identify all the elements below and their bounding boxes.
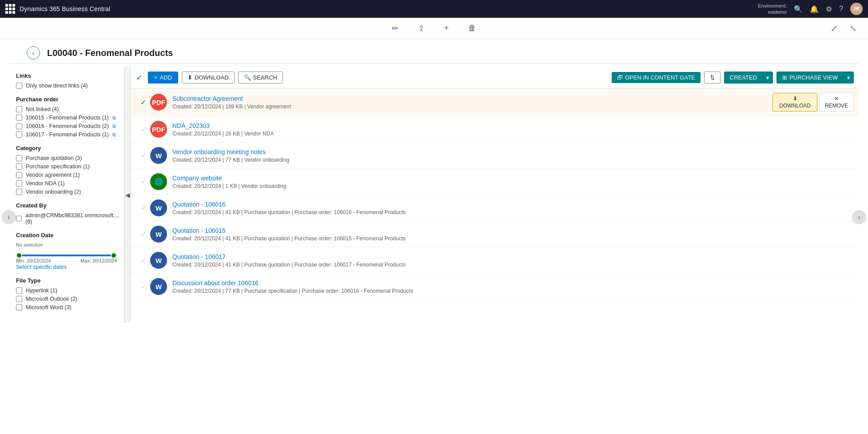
created-main-button[interactable]: CREATED: [724, 72, 762, 84]
doc-meta-3: Created: 20/12/2024 | 1 KB | Vendor onbo…: [172, 183, 854, 189]
delete-button[interactable]: 🗑: [464, 21, 481, 36]
min-date-label: Min: 20/12/2024: [16, 258, 51, 263]
created-btn-group: CREATED ▾: [724, 72, 773, 84]
cat-item-2[interactable]: Vendor agreement (1): [16, 172, 117, 178]
doc-download-button-0[interactable]: ⬇ DOWNLOAD: [772, 93, 817, 111]
cat-checkbox-3[interactable]: [16, 180, 22, 187]
doc-download-label-0: DOWNLOAD: [779, 103, 811, 109]
purchase-view-icon: ⊞: [782, 74, 787, 81]
po-item-0[interactable]: 106015 - Fenomenal Products (1) ⧉: [16, 115, 117, 121]
doc-info-0: Subcontractor Agreement Created: 20/12/2…: [172, 95, 772, 110]
created-by-checkbox-0[interactable]: [16, 215, 22, 222]
created-by-label-0: admin@CRMbc983381.onmicrosoft.... (8): [25, 212, 119, 225]
notifications-icon[interactable]: 🔔: [810, 5, 819, 13]
no-selection-label: No selection: [16, 242, 117, 247]
doc-name-0[interactable]: Subcontractor Agreement: [172, 95, 772, 102]
nav-arrow-right[interactable]: ›: [852, 210, 866, 224]
share-icon: ⇪: [418, 24, 425, 33]
main-content: Links Only show direct links (4) Purchas…: [0, 67, 868, 323]
doc-row-6[interactable]: ✓ W Quotation - 106017 Created: 20/12/20…: [131, 247, 859, 274]
file-type-checkbox-2[interactable]: [16, 304, 22, 311]
cat-item-1[interactable]: Purchase specification (1): [16, 163, 117, 170]
file-type-checkbox-1[interactable]: [16, 296, 22, 302]
purchase-view-button[interactable]: ⊞ PURCHASE VIEW: [776, 72, 843, 84]
edit-button[interactable]: ✏: [387, 21, 403, 36]
doc-row-3[interactable]: ✓ 🌐 Company website Created: 20/12/2024 …: [131, 169, 859, 195]
search-icon2: 🔍: [244, 74, 251, 81]
sidebar-po-section: Purchase order Not linked (4) 106015 - F…: [16, 96, 117, 138]
po-checkbox-1[interactable]: [16, 123, 22, 129]
cat-checkbox-4[interactable]: [16, 189, 22, 195]
back-button[interactable]: ‹: [27, 46, 40, 60]
doc-name-5[interactable]: Quotation - 106015: [172, 227, 854, 234]
slider-thumb-left[interactable]: [16, 252, 22, 259]
help-icon[interactable]: ?: [839, 5, 843, 13]
po-label-2: 106017 - Fenomenal Products (1): [26, 131, 109, 138]
doc-name-2[interactable]: Vendor onboarding meeting notes: [172, 148, 854, 155]
cat-label-4: Vendor onboarding (2): [26, 189, 81, 195]
doc-icon-7: W: [150, 278, 167, 295]
nav-arrow-left[interactable]: ‹: [2, 210, 16, 224]
file-type-checkbox-0[interactable]: [16, 287, 22, 294]
waffle-icon[interactable]: [5, 4, 15, 14]
search-button[interactable]: 🔍 SEARCH: [238, 72, 283, 84]
po-link-icon-2[interactable]: ⧉: [112, 132, 116, 138]
select-dates-link[interactable]: Select specific dates: [16, 264, 67, 270]
doc-row-0[interactable]: ✓ PDF Subcontractor Agreement Created: 2…: [131, 88, 859, 116]
slider-thumb-right[interactable]: [111, 252, 117, 259]
cat-checkbox-1[interactable]: [16, 163, 22, 170]
po-item-2[interactable]: 106017 - Fenomenal Products (1) ⧉: [16, 131, 117, 138]
doc-info-1: NDA_202303 Created: 20/12/2024 | 26 KB |…: [172, 122, 854, 137]
collapse-button[interactable]: ⤡: [845, 21, 861, 36]
created-by-item-0[interactable]: admin@CRMbc983381.onmicrosoft.... (8): [16, 212, 117, 225]
created-dropdown-button[interactable]: ▾: [762, 72, 773, 84]
doc-name-4[interactable]: Quotation - 106016: [172, 201, 854, 208]
po-checkbox-2[interactable]: [16, 131, 22, 138]
sort-button[interactable]: ⇅: [704, 72, 721, 84]
file-type-item-0[interactable]: Hyperlink (1): [16, 287, 117, 294]
panel-divider[interactable]: ◀: [124, 67, 131, 323]
cat-label-3: Vendor NDA (1): [26, 180, 65, 187]
doc-name-7[interactable]: Discussion about order 106016: [172, 279, 854, 287]
date-slider[interactable]: No selection Min: 20/12/2024 Max: 20/12/…: [16, 242, 117, 270]
po-link-icon-0[interactable]: ⧉: [112, 115, 116, 121]
not-linked-item[interactable]: Not linked (4): [16, 106, 117, 112]
topbar-right: Environment: extdemo 🔍 🔔 ⚙ ? JK: [758, 3, 863, 16]
cat-item-0[interactable]: Purchase quotation (3): [16, 155, 117, 161]
po-checkbox-0[interactable]: [16, 115, 22, 121]
share-button[interactable]: ⇪: [414, 21, 429, 36]
only-direct-links-item[interactable]: Only show direct links (4): [16, 83, 117, 89]
doc-row-7[interactable]: ✓ W Discussion about order 106016 Create…: [131, 274, 859, 300]
cat-item-3[interactable]: Vendor NDA (1): [16, 180, 117, 187]
expand-button[interactable]: ⤢: [826, 21, 842, 36]
search-icon[interactable]: 🔍: [794, 5, 803, 13]
po-item-1[interactable]: 106016 - Fenomenal Products (2) ⧉: [16, 123, 117, 129]
po-link-icon-1[interactable]: ⧉: [112, 123, 116, 129]
add-doc-button[interactable]: + ADD: [148, 72, 178, 84]
user-avatar[interactable]: JK: [850, 3, 863, 15]
doc-name-3[interactable]: Company website: [172, 175, 854, 182]
doc-row-2[interactable]: ✓ W Vendor onboarding meeting notes Crea…: [131, 143, 859, 169]
only-direct-links-checkbox[interactable]: [16, 83, 22, 89]
doc-name-1[interactable]: NDA_202303: [172, 122, 854, 129]
doc-icon-3: 🌐: [150, 173, 167, 190]
doc-row-5[interactable]: ✓ W Quotation - 106015 Created: 20/12/20…: [131, 221, 859, 247]
download-button[interactable]: ⬇ DOWNLOAD: [182, 72, 235, 84]
cat-item-4[interactable]: Vendor onboarding (2): [16, 189, 117, 195]
check-empty-1: ✓: [140, 125, 146, 134]
doc-remove-button-0[interactable]: ✕ REMOVE: [819, 93, 854, 111]
file-type-item-2[interactable]: Microsoft Word (3): [16, 304, 117, 311]
file-type-title: File Type: [16, 277, 117, 284]
not-linked-checkbox[interactable]: [16, 106, 22, 112]
file-type-item-1[interactable]: Microsoft Outlook (2): [16, 296, 117, 302]
purchase-view-dropdown-button[interactable]: ▾: [843, 72, 854, 84]
open-content-gate-button[interactable]: 🗗 OPEN IN CONTENT GATE: [612, 72, 701, 83]
doc-row-4[interactable]: ✓ W Quotation - 106016 Created: 20/12/20…: [131, 195, 859, 221]
doc-row-1[interactable]: ✓ PDF NDA_202303 Created: 20/12/2024 | 2…: [131, 116, 859, 143]
doc-name-6[interactable]: Quotation - 106017: [172, 253, 854, 260]
cat-checkbox-2[interactable]: [16, 172, 22, 178]
add-button[interactable]: +: [440, 21, 454, 36]
cat-checkbox-0[interactable]: [16, 155, 22, 161]
settings-icon[interactable]: ⚙: [826, 5, 832, 13]
select-all-check[interactable]: ✓: [136, 73, 143, 83]
